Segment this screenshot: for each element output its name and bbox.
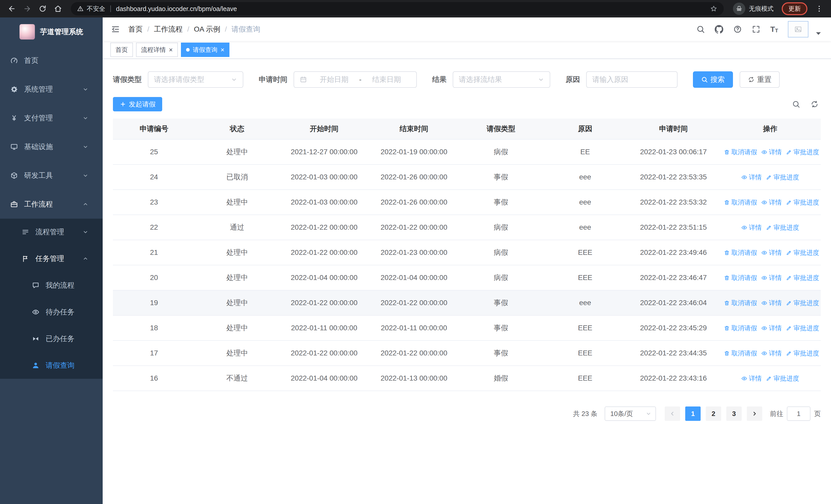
cancel-leave-link[interactable]: 取消请假 [724, 148, 757, 156]
page-button-3[interactable]: 3 [726, 407, 742, 421]
browser-menu-button[interactable] [812, 2, 826, 16]
app-logo[interactable]: 芋道管理系统 [0, 18, 103, 46]
security-chip[interactable]: 不安全 [77, 5, 105, 13]
sidebar-item-payment-management[interactable]: 支付管理 [0, 104, 103, 132]
page-size-select[interactable]: 10条/页 [605, 407, 656, 421]
apply-time-label: 申请时间 [259, 75, 294, 84]
sidebar-item-infrastructure[interactable]: 基础设施 [0, 132, 103, 161]
sidebar-item-task-management[interactable]: 任务管理 [0, 245, 103, 272]
result-select[interactable]: 请选择流结果 [453, 71, 550, 88]
cancel-leave-link[interactable]: 取消请假 [724, 324, 757, 332]
user-menu-caret-icon[interactable] [814, 29, 823, 38]
pagination-total: 共 23 条 [573, 409, 598, 418]
goto-page-input[interactable] [787, 407, 810, 421]
approval-progress-link[interactable]: 审批进度 [766, 173, 799, 181]
chevron-right-icon [751, 411, 757, 417]
sidebar-item-process-management[interactable]: 流程管理 [0, 219, 103, 245]
cancel-leave-link[interactable]: 取消请假 [724, 248, 757, 257]
cell-status: 已取消 [195, 165, 279, 190]
reload-button[interactable] [36, 2, 49, 16]
table-refresh-icon[interactable] [810, 100, 819, 108]
back-button[interactable] [5, 2, 19, 16]
address-bar[interactable]: 不安全 dashboard.yudao.iocoder.cn/bpm/oa/le… [71, 2, 724, 16]
detail-link[interactable]: 详情 [761, 324, 782, 332]
incognito-badge: 无痕模式 [733, 3, 774, 15]
cell-end_time: 2022-01-22 00:00:00 [369, 215, 459, 240]
search-button[interactable]: 搜索 [693, 71, 733, 88]
apply-time-range-picker[interactable]: 开始日期 - 结束日期 [294, 71, 417, 88]
eye-icon [741, 174, 747, 180]
sidebar-toggle-icon[interactable] [111, 25, 120, 34]
detail-link[interactable]: 详情 [761, 349, 782, 357]
page-button-2[interactable]: 2 [706, 407, 721, 421]
approval-progress-link[interactable]: 审批进度 [786, 324, 819, 332]
detail-link[interactable]: 详情 [761, 299, 782, 307]
breadcrumb-item-home[interactable]: 首页 [128, 24, 143, 34]
home-button[interactable] [51, 2, 65, 16]
approval-progress-link[interactable]: 审批进度 [786, 248, 819, 257]
table-search-icon[interactable] [792, 100, 800, 108]
detail-link[interactable]: 详情 [761, 198, 782, 207]
page-content: 请假类型 请选择请假类型 申请时间 开始日期 - 结束日期 [103, 59, 831, 504]
leave-type-select[interactable]: 请选择请假类型 [148, 71, 243, 88]
cell-start_time: 2022-01-22 00:00:00 [279, 215, 369, 240]
tab-2[interactable]: 流程详情× [136, 42, 178, 57]
detail-link[interactable]: 详情 [741, 374, 762, 383]
forward-button[interactable] [21, 2, 34, 16]
tab-close-icon[interactable]: × [169, 47, 173, 53]
page-unit-label: 页 [814, 409, 821, 418]
user-avatar[interactable] [788, 21, 808, 37]
cancel-leave-link[interactable]: 取消请假 [724, 198, 757, 207]
cell-id: 22 [113, 215, 195, 240]
approval-progress-link[interactable]: 审批进度 [786, 273, 819, 282]
cancel-leave-link[interactable]: 取消请假 [724, 273, 757, 282]
github-icon[interactable] [715, 25, 723, 34]
chevron-up-icon [83, 202, 88, 207]
reason-input[interactable] [586, 71, 678, 88]
bookmark-star-icon[interactable] [710, 5, 718, 12]
search-icon[interactable] [696, 25, 705, 34]
approval-progress-link[interactable]: 审批进度 [786, 349, 819, 357]
url-text: dashboard.yudao.iocoder.cn/bpm/oa/leave [116, 5, 710, 12]
approval-progress-link[interactable]: 审批进度 [786, 148, 819, 156]
detail-link[interactable]: 详情 [761, 248, 782, 257]
font-size-icon[interactable]: TT [770, 25, 778, 33]
cell-end_time: 2022-01-26 00:00:00 [369, 190, 459, 215]
cell-apply_time: 2022-01-22 23:46:04 [627, 290, 720, 316]
approval-progress-link[interactable]: 审批进度 [786, 299, 819, 307]
breadcrumb-item-workflow[interactable]: 工作流程 [154, 24, 183, 34]
approval-progress-link[interactable]: 审批进度 [786, 198, 819, 207]
tab-1[interactable]: 首页 [110, 42, 133, 57]
sidebar-item-done-tasks[interactable]: 已办任务 [0, 325, 103, 352]
next-page-button[interactable] [747, 407, 762, 421]
sidebar-item-dev-tools[interactable]: 研发工具 [0, 161, 103, 190]
tab-close-icon[interactable]: × [221, 47, 224, 53]
sidebar-item-todo-tasks[interactable]: 待办任务 [0, 299, 103, 325]
breadcrumb-item-oa-example[interactable]: OA 示例 [194, 24, 221, 34]
detail-link[interactable]: 详情 [761, 148, 782, 156]
help-icon[interactable] [733, 25, 742, 34]
detail-link[interactable]: 详情 [741, 223, 762, 232]
fullscreen-icon[interactable] [752, 25, 761, 34]
create-leave-button[interactable]: 发起请假 [113, 97, 162, 111]
detail-link[interactable]: 详情 [761, 273, 782, 282]
prev-page-button[interactable] [665, 407, 680, 421]
main-area: 首页 / 工作流程 / OA 示例 / 请假查询 TT [103, 18, 831, 504]
tab-3[interactable]: 请假查询× [181, 42, 229, 57]
cancel-leave-link[interactable]: 取消请假 [724, 299, 757, 307]
page-button-1[interactable]: 1 [685, 407, 700, 421]
sidebar-item-workflow[interactable]: 工作流程 [0, 190, 103, 219]
reset-button[interactable]: 重置 [740, 71, 780, 88]
sidebar-menu: 首页系统管理支付管理基础设施研发工具工作流程流程管理任务管理我的流程待办任务已办… [0, 46, 103, 504]
sidebar-item-system-management[interactable]: 系统管理 [0, 75, 103, 104]
cell-apply_time: 2022-01-23 00:06:17 [627, 139, 720, 165]
approval-progress-link[interactable]: 审批进度 [766, 374, 799, 383]
update-button[interactable]: 更新 [782, 2, 807, 15]
sidebar-item-my-processes[interactable]: 我的流程 [0, 272, 103, 299]
approval-progress-link[interactable]: 审批进度 [766, 223, 799, 232]
sidebar: 芋道管理系统 首页系统管理支付管理基础设施研发工具工作流程流程管理任务管理我的流… [0, 18, 103, 504]
sidebar-item-home[interactable]: 首页 [0, 46, 103, 75]
sidebar-item-leave-query[interactable]: 请假查询 [0, 352, 103, 379]
detail-link[interactable]: 详情 [741, 173, 762, 181]
cancel-leave-link[interactable]: 取消请假 [724, 349, 757, 357]
